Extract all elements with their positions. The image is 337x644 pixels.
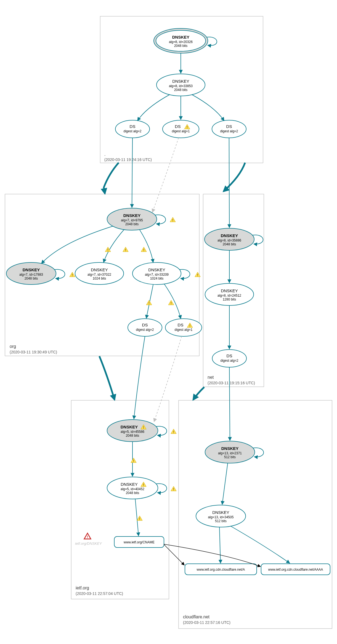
org-k3-title: DNSKEY	[91, 267, 108, 272]
warning-icon	[168, 300, 174, 305]
edge-cfzsk-a	[219, 527, 221, 563]
svg-point-7	[212, 120, 246, 138]
root-dsc-title: DS	[226, 124, 232, 129]
cf-zsk-title: DNSKEY	[212, 510, 229, 515]
warning-icon	[146, 300, 152, 305]
warning-icon	[171, 429, 176, 434]
root-dsb-l1: digest alg=1	[172, 129, 190, 133]
net-zsk-title: DNSKEY	[221, 288, 238, 293]
svg-point-5	[115, 120, 150, 138]
edge-orgksk-k2	[41, 226, 113, 264]
node-org-k4[interactable]: DNSKEY alg=7, id=33209 1024 bits	[132, 262, 181, 285]
org-k2-l1: alg=7, id=17883	[19, 273, 43, 277]
svg-point-16	[212, 350, 246, 367]
ietf-ksk-title: DNSKEY	[121, 425, 138, 429]
warning-icon	[170, 217, 176, 222]
zone-cloudflare-ts: (2020-03-11 22:57:16 UTC)	[183, 620, 230, 625]
edge-ietfzsk-cname	[135, 499, 139, 536]
root-zsk-title: DNSKEY	[172, 79, 189, 84]
node-cf-ksk[interactable]: DNSKEY alg=13, id=2371 512 bits	[205, 441, 255, 463]
root-dsa-l1: digest alg=2	[123, 129, 141, 133]
net-ds-title: DS	[227, 353, 232, 358]
org-k4-l1: alg=7, id=33209	[145, 273, 169, 277]
node-cf-aaaa[interactable]: www.ietf.org.cdn.cloudflare.net/AAAA	[261, 564, 330, 575]
node-root-ksk[interactable]: DNSKEY alg=8, id=20326 2048 bits	[154, 28, 208, 53]
node-root-ds-a[interactable]: DS digest alg=2	[115, 120, 150, 138]
node-ietf-missing-dnskey: ietf.org/DNSKEY	[75, 533, 102, 546]
cf-zsk-l2: 512 bits	[215, 519, 227, 523]
node-net-zsk[interactable]: DNSKEY alg=8, id=24512 1280 bits	[205, 283, 254, 305]
edge-cfksk-zsk	[222, 463, 228, 505]
root-dsb-title: DS	[175, 124, 181, 129]
node-org-ds-b[interactable]: DS digest alg=1	[165, 319, 202, 336]
ietf-ksk-l1: alg=5, id=45586	[121, 430, 144, 434]
org-ksk-l1: alg=7, id=9795	[121, 218, 143, 222]
net-zsk-l2: 1280 bits	[223, 297, 236, 301]
edge-cname-a	[164, 544, 184, 565]
org-k3-l1: alg=7, id=37022	[87, 273, 111, 277]
edge-rzsk-dsc	[192, 95, 224, 121]
zone-ietf-name: ietf.org	[76, 586, 89, 590]
edge-dsb-orgksk-dash	[152, 138, 179, 212]
node-ietf-cname[interactable]: www.ietf.org/CNAME	[114, 536, 164, 548]
net-ksk-l2: 2048 bits	[223, 242, 236, 246]
org-ksk-l2: 2048 bits	[125, 222, 139, 226]
node-org-ksk[interactable]: DNSKEY alg=7, id=9795 2048 bits	[107, 208, 157, 230]
net-ksk-title: DNSKEY	[221, 233, 238, 238]
edge-k4-dsb	[164, 284, 181, 319]
net-zsk-l1: alg=8, id=24512	[217, 294, 241, 297]
error-icon	[84, 533, 91, 539]
warning-icon	[171, 486, 176, 491]
node-root-ds-c[interactable]: DS digest alg=2	[212, 120, 246, 138]
ietf-missing-label: ietf.org/DNSKEY	[75, 541, 102, 546]
edge-orgdsb-ietfksk-dash	[154, 336, 182, 422]
edge-orgdsa-ietfksk	[134, 336, 145, 419]
ietf-zsk-title: DNSKEY	[121, 482, 138, 487]
org-k4-title: DNSKEY	[148, 267, 165, 272]
warning-icon	[123, 247, 128, 252]
ietf-ksk-l2: 2048 bits	[126, 434, 139, 438]
org-k3-l2: 1024 bits	[93, 277, 106, 280]
edge-netds-cfksk	[229, 367, 230, 441]
root-zsk-l1: alg=8, id=33853	[169, 84, 193, 88]
root-zsk-l2: 2048 bits	[174, 88, 188, 92]
deleg-net-cf	[193, 387, 204, 400]
zone-root-name: .	[104, 152, 105, 157]
warning-icon	[131, 458, 136, 463]
edge-cfzsk-aaaa	[230, 526, 290, 563]
warning-icon	[70, 272, 75, 277]
node-root-ds-b[interactable]: DS digest alg=1	[163, 120, 199, 138]
node-org-k3[interactable]: DNSKEY alg=7, id=37022 1024 bits	[75, 262, 124, 285]
root-ksk-l1: alg=8, id=20326	[169, 40, 193, 44]
node-cf-zsk[interactable]: DNSKEY alg=13, id=34505 512 bits	[196, 505, 246, 527]
zone-cloudflare-name: cloudflare.net	[183, 615, 210, 619]
zone-net-name: net	[208, 375, 214, 380]
node-root-zsk[interactable]: DNSKEY alg=8, id=33853 2048 bits	[156, 74, 205, 96]
root-dsa-title: DS	[130, 124, 136, 129]
org-dsb-l1: digest alg=1	[174, 328, 192, 332]
cf-ksk-title: DNSKEY	[221, 446, 239, 451]
cf-zsk-l1: alg=13, id=34505	[208, 515, 234, 519]
cf-ksk-l2: 512 bits	[224, 455, 236, 459]
svg-point-13	[165, 319, 202, 336]
org-k2-l2: 2048 bits	[25, 277, 38, 280]
cf-ksk-l1: alg=13, id=2371	[218, 451, 242, 455]
node-org-ds-a[interactable]: DS digest alg=2	[128, 319, 162, 336]
cf-aaaa-label: www.ietf.org.cdn.cloudflare.net/AAAA	[268, 568, 323, 571]
svg-point-12	[128, 319, 162, 336]
net-ds-l1: digest alg=2	[220, 359, 238, 363]
node-net-ksk[interactable]: DNSKEY alg=8, id=35886 2048 bits	[205, 228, 254, 250]
org-ksk-title: DNSKEY	[123, 213, 141, 218]
zone-net-ts: (2020-03-11 19:15:16 UTC)	[208, 381, 255, 385]
warning-icon	[195, 272, 200, 277]
node-net-ds[interactable]: DS digest alg=2	[212, 350, 246, 367]
node-ietf-zsk[interactable]: DNSKEY alg=5, id=40452 2048 bits	[107, 477, 158, 499]
node-org-k2[interactable]: DNSKEY alg=7, id=17883 2048 bits	[6, 262, 56, 285]
node-ietf-ksk[interactable]: DNSKEY alg=5, id=45586 2048 bits	[107, 420, 158, 442]
deleg-root-net	[224, 163, 245, 191]
org-dsa-title: DS	[142, 323, 148, 327]
root-dsc-l1: digest alg=2	[220, 129, 238, 133]
edge-dsc-netksk	[229, 138, 229, 228]
node-cf-a[interactable]: www.ietf.org.cdn.cloudflare.net/A	[185, 564, 257, 575]
org-dsa-l1: digest alg=2	[136, 328, 154, 332]
